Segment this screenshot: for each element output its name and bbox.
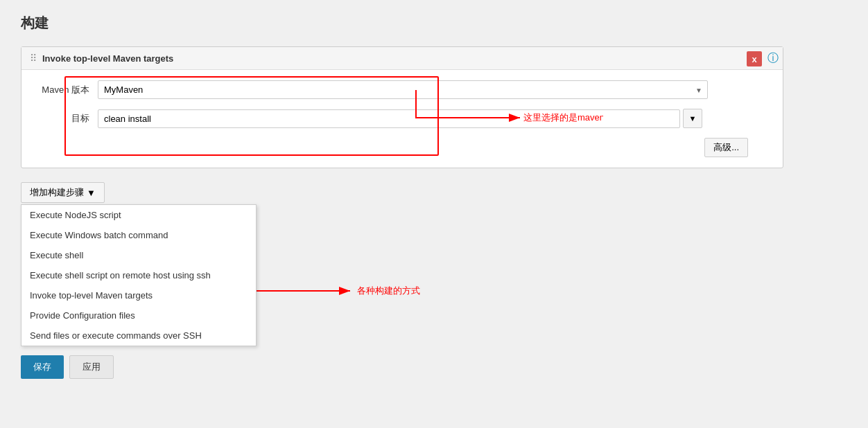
section-title: Invoke top-level Maven targets [42,53,173,64]
target-label: 目标 [35,112,98,125]
bottom-buttons: 保存 应用 [21,355,847,379]
advanced-button[interactable]: 高级... [704,138,748,157]
advanced-row: 高级... [35,138,769,157]
build-section-header: ⠿ Invoke top-level Maven targets [21,47,783,70]
menu-item-nodejs[interactable]: Execute NodeJS script [21,205,256,225]
add-step-dropdown: Execute NodeJS script Execute Windows ba… [21,204,257,346]
target-dropdown-btn[interactable]: ▼ [683,109,702,128]
add-step-button[interactable]: 增加构建步骤 ▼ [21,182,105,203]
drag-handle-icon: ⠿ [30,53,37,64]
menu-item-maven[interactable]: Invoke top-level Maven targets [21,285,256,305]
menu-item-shell[interactable]: Execute shell [21,245,256,265]
apply-button[interactable]: 应用 [69,355,114,379]
menu-item-config[interactable]: Provide Configuration files [21,305,256,326]
save-button[interactable]: 保存 [21,355,64,379]
add-step-arrow-icon: ▼ [87,188,96,198]
add-step-container: 增加构建步骤 ▼ Execute NodeJS script Execute W… [21,182,783,203]
help-icon: ⓘ [767,52,779,64]
arrow-dropdown: 各种构建的方式 [246,270,468,312]
build-section-body: Maven 版本 MyMaven 目标 ▼ 高 [21,70,783,168]
target-input[interactable] [98,109,680,128]
menu-item-send-ssh[interactable]: Send files or execute commands over SSH [21,326,256,346]
close-button[interactable]: x [747,51,762,66]
maven-version-label: Maven 版本 [35,84,98,96]
target-row: 目标 ▼ [35,109,769,128]
build-section: ⠿ Invoke top-level Maven targets x ⓘ Mav… [21,46,783,168]
maven-version-input-wrapper: MyMaven [98,80,769,99]
maven-version-select[interactable]: MyMaven [98,80,708,99]
menu-item-shell-ssh[interactable]: Execute shell script on remote host usin… [21,265,256,285]
target-input-wrapper: ▼ [98,109,769,128]
add-step-label: 增加构建步骤 [30,186,84,199]
menu-item-windows-batch[interactable]: Execute Windows batch command [21,225,256,245]
maven-version-select-wrapper: MyMaven [98,80,708,99]
maven-version-row: Maven 版本 MyMaven [35,80,769,99]
help-button[interactable]: ⓘ [767,51,779,66]
page-title: 构建 [21,14,847,33]
svg-text:各种构建的方式: 各种构建的方式 [357,285,420,296]
